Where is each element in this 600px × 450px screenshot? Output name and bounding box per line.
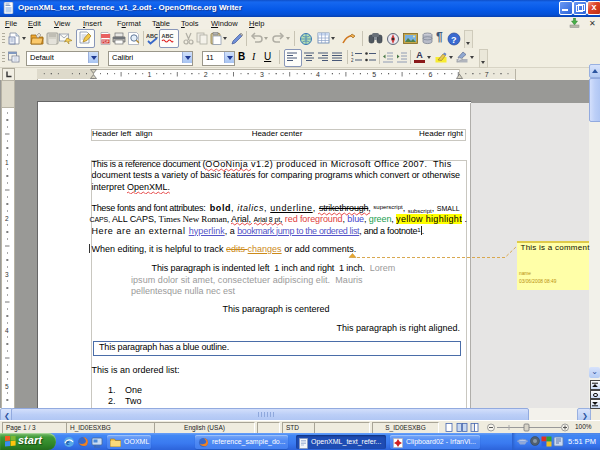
svg-text:ABC: ABC xyxy=(162,33,174,39)
svg-text:1: 1 xyxy=(351,52,354,57)
svg-text:4: 4 xyxy=(316,71,320,78)
svg-text:2: 2 xyxy=(204,71,208,78)
svg-text:3: 3 xyxy=(5,271,9,278)
svg-text:5: 5 xyxy=(5,383,9,390)
svg-text:4: 4 xyxy=(5,327,9,334)
svg-text:2: 2 xyxy=(5,215,9,222)
svg-text:PDF: PDF xyxy=(102,40,109,44)
svg-text:1: 1 xyxy=(5,159,9,166)
svg-text:?: ? xyxy=(451,35,457,45)
svg-text:3: 3 xyxy=(260,71,264,78)
svg-text:5: 5 xyxy=(372,71,376,78)
svg-text:2: 2 xyxy=(351,58,354,63)
svg-text:1: 1 xyxy=(148,71,152,78)
svg-text:7: 7 xyxy=(485,71,489,78)
svg-text:e: e xyxy=(66,438,70,447)
svg-text:6: 6 xyxy=(429,71,433,78)
